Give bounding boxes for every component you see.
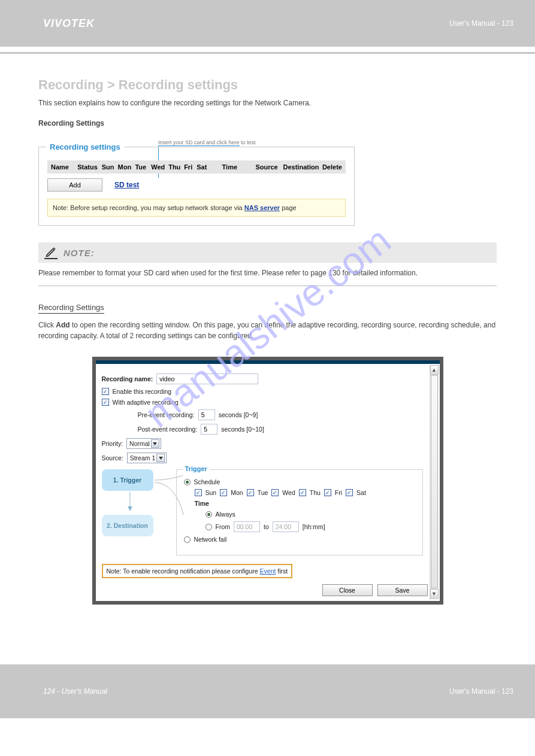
- save-button[interactable]: Save: [377, 584, 428, 596]
- nas-server-link[interactable]: NAS server: [244, 204, 280, 211]
- priority-value: Normal: [129, 440, 150, 447]
- page-title: Recording > Recording settings: [38, 77, 497, 93]
- chevron-down-icon: [151, 439, 159, 448]
- th-thu: Thu: [168, 163, 184, 171]
- adaptive-recording-checkbox[interactable]: ✓: [102, 399, 109, 406]
- step-destination[interactable]: 2. Destination: [102, 515, 153, 536]
- trigger-fieldset: Trigger Schedule ✓Sun ✓Mon ✓Tue ✓Wed ✓Th…: [176, 469, 423, 555]
- pre-event-input[interactable]: [198, 409, 215, 420]
- recording-name-input[interactable]: [156, 374, 258, 384]
- th-mon: Mon: [118, 163, 135, 171]
- th-time: Time: [222, 163, 256, 171]
- footer-left: 124 - User's Manual: [43, 687, 107, 696]
- schedule-label: Schedule: [194, 478, 220, 485]
- panel-legend: Recording settings: [46, 142, 124, 151]
- post-event-hint: seconds [0~10]: [221, 426, 264, 433]
- enable-recording-checkbox[interactable]: ✓: [102, 388, 109, 395]
- day-wed-checkbox[interactable]: ✓: [271, 489, 279, 496]
- th-sun: Sun: [102, 163, 118, 171]
- th-delete: Delete: [322, 163, 342, 171]
- event-note-suffix: first: [276, 567, 288, 575]
- adaptive-recording-label: With adaptive recording: [113, 399, 179, 406]
- note-body: Please remember to format your SD card w…: [38, 268, 497, 278]
- post-event-label: Post-event recording:: [138, 426, 198, 433]
- th-tue: Tue: [135, 163, 151, 171]
- from-label: From: [216, 523, 231, 530]
- th-source: Source: [255, 163, 283, 171]
- day-sun-checkbox[interactable]: ✓: [195, 489, 202, 496]
- nas-note-suffix: page: [280, 204, 297, 211]
- schedule-radio[interactable]: [184, 479, 191, 485]
- source-value: Stream 1: [130, 454, 156, 462]
- scroll-down-icon[interactable]: ▼: [430, 589, 439, 599]
- days-row: ✓Sun ✓Mon ✓Tue ✓Wed ✓Thu ✓Fri ✓Sat: [195, 489, 415, 496]
- nas-note: Note: Before setup recording, you may se…: [47, 199, 346, 217]
- th-fri: Fri: [184, 163, 197, 171]
- brand-logo: VIVOTEK: [43, 17, 95, 30]
- th-wed: Wed: [151, 163, 168, 171]
- section-divider: [38, 286, 497, 286]
- priority-select[interactable]: Normal: [126, 438, 161, 449]
- th-status: Status: [77, 163, 101, 171]
- nas-note-prefix: Note: Before setup recording, you may se…: [53, 204, 244, 211]
- network-fail-radio[interactable]: [184, 536, 191, 543]
- close-button[interactable]: Close: [322, 584, 373, 596]
- page-footer: 124 - User's Manual User's Manual - 123: [0, 664, 535, 718]
- pre-event-hint: seconds [0~9]: [219, 411, 258, 418]
- from-radio[interactable]: [205, 524, 212, 530]
- th-name: Name: [51, 163, 77, 171]
- table-header: Name Status Sun Mon Tue Wed Thu Fri Sat …: [47, 160, 346, 174]
- th-sat: Sat: [197, 163, 222, 171]
- intro-text: This section explains how to configure t…: [38, 98, 497, 108]
- day-fri-checkbox[interactable]: ✓: [324, 489, 331, 496]
- day-fri: Fri: [335, 489, 342, 496]
- always-label: Always: [216, 511, 235, 518]
- add-button[interactable]: Add: [47, 178, 102, 192]
- enable-recording-label: Enable this recording: [113, 388, 172, 395]
- day-wed: Wed: [282, 489, 295, 496]
- network-fail-label: Network fail: [194, 536, 227, 543]
- time-label: Time: [195, 500, 415, 507]
- recording-settings-panel: Recording settings Name Status Sun Mon T…: [38, 147, 355, 226]
- pencil-icon: [44, 246, 58, 259]
- day-sun: Sun: [205, 489, 217, 496]
- post-event-input[interactable]: [201, 424, 217, 435]
- always-radio[interactable]: [205, 511, 212, 518]
- sd-test-link[interactable]: SD test: [114, 181, 139, 189]
- event-link[interactable]: Event: [260, 567, 276, 575]
- pre-event-label: Pre-event recording:: [138, 411, 195, 418]
- recording-settings-title: Recording Settings: [38, 303, 104, 314]
- day-tue-checkbox[interactable]: ✓: [247, 489, 254, 496]
- day-mon-checkbox[interactable]: ✓: [220, 489, 227, 496]
- sd-callout-text: Insert your SD card and click here to te…: [158, 139, 256, 145]
- event-note-prefix: Note: To enable recording notification p…: [107, 567, 260, 575]
- recording-settings-intro: Click Add to open the recording setting …: [38, 320, 497, 341]
- day-thu: Thu: [310, 489, 321, 496]
- note-strip: NOTE:: [38, 242, 497, 263]
- from-time-input[interactable]: [234, 521, 260, 532]
- step-trigger[interactable]: 1. Trigger: [102, 469, 153, 491]
- event-note: Note: To enable recording notification p…: [102, 564, 293, 578]
- day-thu-checkbox[interactable]: ✓: [299, 489, 306, 496]
- hhmm-hint: [hh:mm]: [303, 523, 325, 530]
- header-manual-title: User's Manual - 123: [449, 19, 513, 28]
- recording-dialog: ▲ ▼ Recording name: ✓ Enable this record…: [92, 357, 443, 605]
- trigger-legend: Trigger: [183, 465, 210, 472]
- day-tue: Tue: [258, 489, 268, 496]
- chevron-down-icon: [156, 454, 165, 462]
- note-title: NOTE:: [64, 248, 95, 258]
- to-label: to: [264, 523, 269, 530]
- source-select[interactable]: Stream 1: [127, 453, 167, 463]
- day-mon: Mon: [231, 489, 243, 496]
- day-sat-checkbox[interactable]: ✓: [346, 489, 353, 496]
- scroll-up-icon[interactable]: ▲: [430, 365, 439, 375]
- priority-label: Priority:: [102, 440, 123, 447]
- footer-right: User's Manual - 123: [449, 687, 513, 696]
- top-header: VIVOTEK User's Manual - 123: [0, 0, 535, 47]
- source-label: Source:: [102, 454, 123, 462]
- recording-name-label: Recording name:: [102, 375, 153, 382]
- th-dest: Destination: [283, 163, 322, 171]
- recording-settings-subhead: Recording Settings: [38, 118, 497, 129]
- day-sat: Sat: [356, 489, 366, 496]
- to-time-input[interactable]: [273, 521, 299, 532]
